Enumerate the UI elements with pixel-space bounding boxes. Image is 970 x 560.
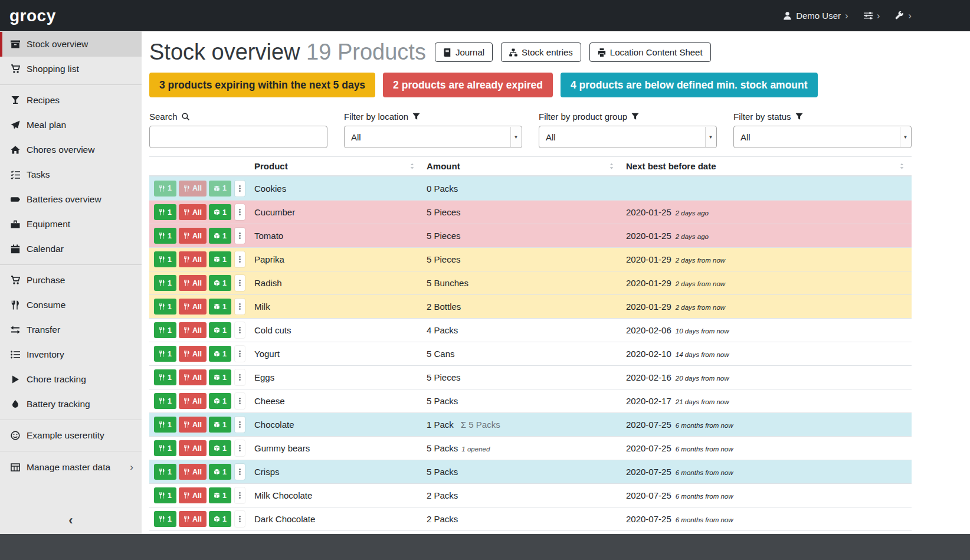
sidebar-item-transfer[interactable]: Transfer — [0, 317, 142, 342]
product-name[interactable]: Cucumber — [250, 207, 422, 217]
consume-all-button[interactable]: All — [179, 322, 207, 338]
consume-one-button[interactable]: 1 — [154, 275, 176, 291]
open-one-button[interactable]: 1 — [209, 228, 231, 244]
consume-all-button[interactable]: All — [179, 251, 207, 267]
row-menu-button[interactable] — [235, 228, 245, 244]
consume-all-button[interactable]: All — [179, 204, 207, 220]
sidebar-item-recipes[interactable]: Recipes — [0, 88, 142, 113]
location-content-sheet-button[interactable]: Location Content Sheet — [589, 42, 711, 62]
app-logo[interactable]: grocy — [9, 6, 56, 25]
product-name[interactable]: Radish — [250, 278, 422, 288]
consume-one-button[interactable]: 1 — [154, 181, 176, 197]
consume-all-button[interactable]: All — [179, 275, 207, 291]
open-one-button[interactable]: 1 — [209, 299, 231, 315]
user-menu[interactable]: Demo User › — [783, 11, 848, 21]
open-one-button[interactable]: 1 — [209, 417, 231, 433]
sidebar-item-stock-overview[interactable]: Stock overview — [0, 32, 142, 57]
consume-one-button[interactable]: 1 — [154, 417, 176, 433]
search-input[interactable] — [149, 126, 327, 148]
sidebar-item-manage-master-data[interactable]: Manage master data› — [0, 454, 142, 480]
consume-one-button[interactable]: 1 — [154, 393, 176, 409]
consume-one-button[interactable]: 1 — [154, 464, 176, 480]
consume-one-button[interactable]: 1 — [154, 251, 176, 267]
sidebar-item-inventory[interactable]: Inventory — [0, 342, 142, 367]
banner-expiring[interactable]: 3 products expiring within the next 5 da… — [149, 73, 375, 97]
consume-all-button[interactable]: All — [179, 228, 207, 244]
consume-all-button[interactable]: All — [179, 346, 207, 362]
open-one-button[interactable]: 1 — [209, 322, 231, 338]
journal-button[interactable]: Journal — [435, 42, 493, 62]
sidebar-item-equipment[interactable]: Equipment — [0, 212, 142, 237]
sidebar-item-batteries-overview[interactable]: Batteries overview — [0, 187, 142, 212]
consume-all-button[interactable]: All — [179, 464, 207, 480]
sidebar-collapse-button[interactable]: ‹ — [0, 507, 142, 534]
sidebar-item-battery-tracking[interactable]: Battery tracking — [0, 392, 142, 417]
column-product[interactable]: Product — [250, 157, 422, 175]
sidebar-item-calendar[interactable]: Calendar — [0, 237, 142, 261]
row-menu-button[interactable] — [235, 511, 245, 527]
product-name[interactable]: Paprika — [250, 254, 422, 264]
sidebar-item-consume[interactable]: Consume — [0, 293, 142, 317]
open-one-button[interactable]: 1 — [209, 369, 231, 385]
row-menu-button[interactable] — [235, 204, 245, 220]
consume-one-button[interactable]: 1 — [154, 228, 176, 244]
sidebar-item-chores-overview[interactable]: Chores overview — [0, 137, 142, 162]
sidebar-item-shopping-list[interactable]: Shopping list — [0, 57, 142, 81]
row-menu-button[interactable] — [235, 346, 245, 362]
product-name[interactable]: Milk — [250, 302, 422, 312]
product-group-filter-select[interactable]: All ▼ — [539, 126, 717, 148]
row-menu-button[interactable] — [235, 393, 245, 409]
sidebar-item-meal-plan[interactable]: Meal plan — [0, 113, 142, 137]
column-next-best-before-date[interactable]: Next best before date — [621, 157, 912, 175]
product-name[interactable]: Milk Chocolate — [250, 490, 422, 500]
consume-one-button[interactable]: 1 — [154, 346, 176, 362]
row-menu-button[interactable] — [235, 487, 245, 503]
consume-one-button[interactable]: 1 — [154, 369, 176, 385]
product-name[interactable]: Tomato — [250, 231, 422, 241]
admin-menu[interactable]: › — [895, 11, 912, 21]
consume-all-button[interactable]: All — [179, 487, 207, 503]
sidebar-item-chore-tracking[interactable]: Chore tracking — [0, 367, 142, 392]
row-menu-button[interactable] — [235, 251, 245, 267]
consume-all-button[interactable]: All — [179, 299, 207, 315]
settings-menu[interactable]: › — [864, 11, 880, 21]
product-name[interactable]: Cheese — [250, 396, 422, 406]
product-name[interactable]: Yogurt — [250, 349, 422, 359]
product-name[interactable]: Cold cuts — [250, 325, 422, 335]
row-menu-button[interactable] — [235, 369, 245, 385]
banner-expired[interactable]: 2 products are already expired — [383, 73, 553, 97]
sidebar-item-example-userentity[interactable]: Example userentity — [0, 423, 142, 448]
row-menu-button[interactable] — [235, 417, 245, 433]
consume-all-button[interactable]: All — [179, 393, 207, 409]
open-one-button[interactable]: 1 — [209, 440, 231, 456]
consume-all-button[interactable]: All — [179, 369, 207, 385]
open-one-button[interactable]: 1 — [209, 511, 231, 527]
product-name[interactable]: Chocolate — [250, 420, 422, 430]
consume-one-button[interactable]: 1 — [154, 487, 176, 503]
sidebar-item-purchase[interactable]: Purchase — [0, 268, 142, 293]
consume-one-button[interactable]: 1 — [154, 322, 176, 338]
row-menu-button[interactable] — [235, 464, 245, 480]
consume-one-button[interactable]: 1 — [154, 440, 176, 456]
product-name[interactable]: Crisps — [250, 467, 422, 477]
consume-all-button[interactable]: All — [179, 181, 207, 197]
product-name[interactable]: Eggs — [250, 372, 422, 382]
stock-entries-button[interactable]: Stock entries — [501, 42, 581, 62]
consume-all-button[interactable]: All — [179, 417, 207, 433]
open-one-button[interactable]: 1 — [209, 204, 231, 220]
open-one-button[interactable]: 1 — [209, 275, 231, 291]
consume-all-button[interactable]: All — [179, 440, 207, 456]
consume-all-button[interactable]: All — [179, 511, 207, 527]
product-name[interactable]: Cookies — [250, 184, 422, 194]
row-menu-button[interactable] — [235, 322, 245, 338]
open-one-button[interactable]: 1 — [209, 393, 231, 409]
open-one-button[interactable]: 1 — [209, 464, 231, 480]
open-one-button[interactable]: 1 — [209, 251, 231, 267]
open-one-button[interactable]: 1 — [209, 346, 231, 362]
row-menu-button[interactable] — [235, 181, 245, 197]
status-filter-select[interactable]: All ▼ — [733, 126, 912, 148]
banner-below-min[interactable]: 4 products are below defined min. stock … — [561, 73, 818, 97]
row-menu-button[interactable] — [235, 440, 245, 456]
sidebar-item-tasks[interactable]: Tasks — [0, 162, 142, 187]
open-one-button[interactable]: 1 — [209, 181, 231, 197]
